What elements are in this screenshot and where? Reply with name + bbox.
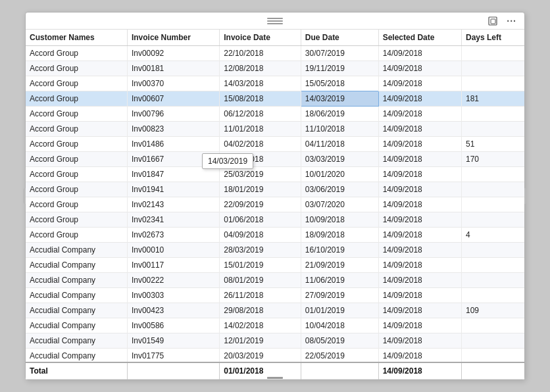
cell-invoiceNumber: Inv00370 (127, 76, 219, 91)
table-row[interactable]: Accord GroupInv0148604/02/201804/11/2018… (26, 137, 524, 152)
cell-dueDate: 04/11/2018 (301, 137, 378, 152)
cell-selectedDate: 14/09/2018 (378, 228, 461, 243)
table-row[interactable]: Accord GroupInv0184725/03/201910/01/2020… (26, 167, 524, 182)
table-row[interactable]: Accudial CompanyInv0030326/11/201827/09/… (26, 288, 524, 303)
cell-invoiceDate: 22/09/2019 (220, 197, 301, 212)
cell-dueDate: 03/03/2019 (301, 152, 378, 167)
cell-dueDate: 10/04/2018 (301, 318, 378, 333)
cell-daysLeft (462, 122, 524, 137)
table-row[interactable]: Accord GroupInv0234101/06/201810/09/2018… (26, 212, 524, 228)
cell-dueDate: 08/05/2019 (301, 333, 378, 349)
cell-customer: Accord Group (26, 197, 127, 212)
table-row[interactable]: Accord GroupInv0267304/09/201818/09/2018… (26, 228, 524, 243)
col-invoice-number[interactable]: Invoice Number (127, 30, 219, 46)
col-invoice-date[interactable]: Invoice Date (220, 30, 301, 46)
table-row[interactable]: Accord GroupInv0009222/10/201830/07/2019… (26, 46, 524, 61)
cell-selectedDate: 14/09/2018 (378, 46, 461, 61)
cell-invoiceDate: 18/01/2019 (220, 182, 301, 197)
cell-invoiceNumber: Inv00586 (127, 318, 219, 333)
table-row[interactable]: Accudial CompanyInv0154912/01/201908/05/… (26, 333, 524, 349)
cell-selectedDate: 14/09/2018 (378, 303, 461, 318)
cell-invoiceNumber: Inv00010 (127, 243, 219, 258)
cell-daysLeft (462, 76, 524, 91)
table-row[interactable]: Accudial CompanyInv0177520/03/201922/05/… (26, 349, 524, 362)
drag-handle[interactable] (267, 18, 283, 24)
cell-daysLeft (462, 212, 524, 228)
cell-invoiceDate: 01/06/2018 (220, 212, 301, 228)
cell-customer: Accudial Company (26, 303, 127, 318)
cell-daysLeft (462, 258, 524, 273)
scroll-area[interactable]: Customer Names Invoice Number Invoice Da… (26, 30, 524, 362)
cell-dueDate: 14/03/2019 (301, 91, 378, 107)
cell-selectedDate: 14/09/2018 (378, 212, 461, 228)
table-row[interactable]: Accord GroupInv0166711/04/201803/03/2019… (26, 152, 524, 167)
cell-dueDate: 16/10/2019 (301, 243, 378, 258)
bottom-resize-area[interactable] (26, 376, 524, 380)
cell-dueDate: 27/09/2019 (301, 288, 378, 303)
window-actions: ··· (486, 14, 519, 28)
cell-daysLeft (462, 46, 524, 61)
col-due-date[interactable]: Due Date (301, 30, 378, 46)
cell-invoiceNumber: Inv01847 (127, 167, 219, 182)
cell-dueDate: 03/06/2019 (301, 182, 378, 197)
cell-customer: Accord Group (26, 212, 127, 228)
cell-invoiceDate: 04/09/2018 (220, 228, 301, 243)
col-customer-names[interactable]: Customer Names (26, 30, 127, 46)
cell-dueDate: 21/09/2019 (301, 258, 378, 273)
cell-daysLeft (462, 61, 524, 76)
cell-invoiceNumber: Inv00423 (127, 303, 219, 318)
cell-invoiceDate: 04/02/2018 (220, 137, 301, 152)
table-row[interactable]: Accudial CompanyInv0011715/01/201921/09/… (26, 258, 524, 273)
cell-daysLeft (462, 182, 524, 197)
main-window: ··· Customer Names Invoice Number (25, 12, 525, 380)
table-row[interactable]: Accudial CompanyInv0042329/08/201801/01/… (26, 303, 524, 318)
cell-selectedDate: 14/09/2018 (378, 288, 461, 303)
cell-dueDate: 11/06/2019 (301, 273, 378, 288)
table-row[interactable]: Accord GroupInv0082311/01/201811/10/2018… (26, 122, 524, 137)
data-table: Customer Names Invoice Number Invoice Da… (26, 30, 524, 362)
cell-invoiceNumber: Inv00303 (127, 288, 219, 303)
table-row[interactable]: Accudial CompanyInv0058614/02/201810/04/… (26, 318, 524, 333)
cell-selectedDate: 14/09/2018 (378, 258, 461, 273)
cell-invoiceNumber: Inv00607 (127, 91, 219, 107)
more-options-button[interactable]: ··· (504, 14, 519, 28)
table-row[interactable]: Accudial CompanyInv0022208/01/201911/06/… (26, 273, 524, 288)
cell-invoiceDate: 12/08/2018 (220, 61, 301, 76)
cell-dueDate: 01/01/2019 (301, 303, 378, 318)
expand-button[interactable] (486, 15, 500, 27)
col-days-left[interactable]: Days Left (462, 30, 524, 46)
cell-invoiceNumber: Inv01941 (127, 182, 219, 197)
cell-dueDate: 15/05/2018 (301, 76, 378, 91)
table-row[interactable]: Accord GroupInv0037014/03/201815/05/2018… (26, 76, 524, 91)
window-topbar: ··· (26, 12, 524, 30)
cell-invoiceNumber: Inv00796 (127, 107, 219, 122)
cell-daysLeft (462, 197, 524, 212)
table-row[interactable]: Accord GroupInv0079606/12/201818/06/2019… (26, 107, 524, 122)
cell-daysLeft (462, 288, 524, 303)
cell-invoiceDate: 08/01/2019 (220, 273, 301, 288)
table-container: Customer Names Invoice Number Invoice Da… (26, 30, 524, 380)
cell-selectedDate: 14/09/2018 (378, 137, 461, 152)
cell-customer: Accord Group (26, 137, 127, 152)
cell-invoiceNumber: Inv00117 (127, 258, 219, 273)
cell-customer: Accord Group (26, 61, 127, 76)
cell-invoiceDate: 20/03/2019 (220, 349, 301, 362)
table-row[interactable]: Accord GroupInv0194118/01/201903/06/2019… (26, 182, 524, 197)
cell-dueDate: 03/07/2020 (301, 197, 378, 212)
svg-rect-1 (491, 19, 495, 24)
cell-daysLeft: 170 (462, 152, 524, 167)
cell-invoiceDate: 25/03/2019 (220, 167, 301, 182)
cell-customer: Accord Group (26, 122, 127, 137)
cell-selectedDate: 14/09/2018 (378, 91, 461, 107)
table-row[interactable]: Accudial CompanyInv0001028/03/201916/10/… (26, 243, 524, 258)
cell-customer: Accord Group (26, 167, 127, 182)
table-row[interactable]: Accord GroupInv0060715/08/201814/03/2019… (26, 91, 524, 107)
table-row[interactable]: Accord GroupInv0214322/09/201903/07/2020… (26, 197, 524, 212)
col-selected-date[interactable]: Selected Date (378, 30, 461, 46)
cell-selectedDate: 14/09/2018 (378, 107, 461, 122)
cell-dueDate: 18/09/2018 (301, 228, 378, 243)
cell-daysLeft (462, 318, 524, 333)
table-row[interactable]: Accord GroupInv0018112/08/201819/11/2019… (26, 61, 524, 76)
cell-invoiceNumber: Inv02143 (127, 197, 219, 212)
cell-invoiceNumber: Inv02673 (127, 228, 219, 243)
